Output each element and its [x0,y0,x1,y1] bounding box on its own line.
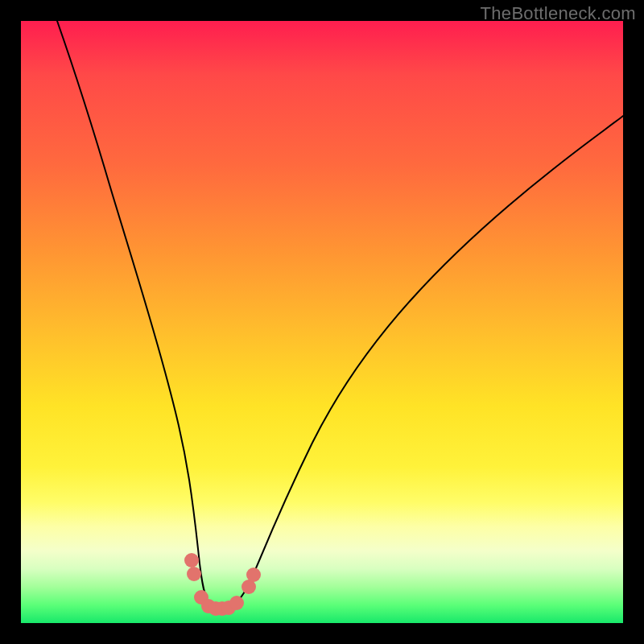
chart-svg [21,21,623,623]
chart-frame: TheBottleneck.com [0,0,644,644]
watermark-text: TheBottleneck.com [481,3,636,24]
curve-layer [57,21,623,609]
marker-layer [184,553,261,616]
marker-dot [229,596,244,610]
marker-dot [246,568,261,582]
marker-dot [184,553,199,568]
bottleneck-curve [57,21,623,609]
plot-area [21,21,623,623]
marker-dot [187,567,201,581]
